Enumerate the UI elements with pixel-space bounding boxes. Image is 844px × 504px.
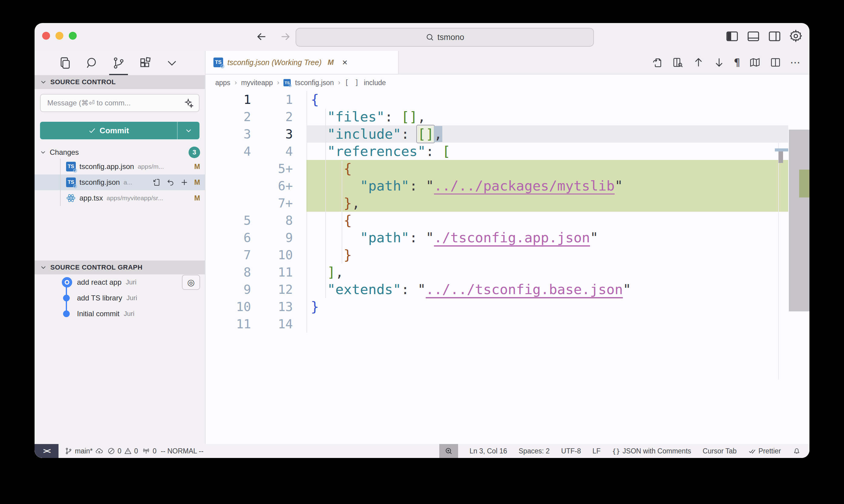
close-tab-icon[interactable]: ×	[342, 57, 348, 68]
more-actions-icon[interactable]: ⋯	[790, 56, 800, 69]
code-line[interactable]: 69 "path": "./tsconfig.app.json"	[206, 229, 809, 246]
code-token	[311, 143, 327, 159]
breadcrumb-item[interactable]: myviteapp	[241, 79, 273, 87]
notifications-bell-icon[interactable]	[792, 447, 801, 455]
source-control-graph-header[interactable]: SOURCE CONTROL GRAPH	[35, 260, 205, 274]
goto-current-history-item-icon[interactable]: ◎	[182, 275, 200, 290]
open-file-icon[interactable]	[152, 178, 161, 187]
code-line[interactable]: 7+ },	[206, 195, 809, 212]
previous-change-icon[interactable]	[692, 56, 705, 69]
command-center-search[interactable]: tsmono	[296, 28, 594, 47]
split-editor-icon[interactable]	[770, 56, 781, 69]
scrollbar-thumb[interactable]	[789, 130, 809, 311]
new-line-number: 8	[251, 213, 293, 228]
cursor-tab-status-item[interactable]: Cursor Tab	[703, 447, 737, 455]
forward-icon[interactable]	[279, 30, 292, 43]
commit-row[interactable]: add TS library Juri	[35, 290, 205, 306]
file-path: a...	[123, 179, 132, 186]
open-changes-icon[interactable]	[651, 56, 663, 69]
code-line[interactable]: 11{	[206, 91, 809, 108]
next-change-icon[interactable]	[713, 56, 725, 69]
new-line-number: 9	[251, 231, 293, 245]
ports-status-item[interactable]: 0	[142, 447, 156, 455]
old-line-number: 6	[206, 231, 251, 245]
chevron-right-icon: ›	[277, 79, 279, 87]
code-token: }	[344, 247, 352, 263]
code-token: "	[590, 230, 598, 246]
back-icon[interactable]	[255, 30, 268, 43]
vim-mode-status-item[interactable]: -- NORMAL --	[161, 447, 203, 455]
commit-button[interactable]: Commit	[40, 122, 200, 139]
explorer-icon[interactable]	[58, 56, 72, 70]
changes-group-header[interactable]: Changes 3	[35, 146, 205, 159]
code-token: }	[344, 195, 352, 211]
toggle-secondary-sidebar-icon[interactable]	[768, 29, 781, 43]
commit-message: add TS library	[77, 294, 122, 302]
code-line[interactable]: 1013}	[206, 298, 809, 315]
chevron-right-icon: ›	[338, 79, 340, 87]
code-token	[311, 126, 327, 142]
tab-modified-badge: M	[328, 58, 334, 67]
cursor-position-status-item[interactable]: Ln 3, Col 16	[470, 447, 507, 455]
indent-guide	[325, 109, 326, 298]
code-line[interactable]: 58 {	[206, 212, 809, 229]
zoom-window-button[interactable]	[69, 32, 77, 40]
discard-changes-icon[interactable]	[166, 178, 175, 187]
eol-status-item[interactable]: LF	[592, 447, 601, 455]
extensions-view-icon[interactable]	[138, 56, 152, 70]
source-control-view-icon[interactable]	[111, 56, 125, 70]
code-line[interactable]: 811 ],	[206, 264, 809, 281]
new-line-number: 4	[251, 144, 293, 159]
tsconfig-file-icon: TS⚙	[66, 162, 76, 172]
commit-row[interactable]: add react app Juri ◎	[35, 274, 205, 290]
zoom-status-item[interactable]	[439, 444, 458, 458]
inline-view-icon[interactable]	[672, 56, 684, 69]
branch-status-item[interactable]: main*	[65, 447, 103, 455]
encoding-status-item[interactable]: UTF-8	[561, 447, 581, 455]
code-line[interactable]: 33 "include": [],	[206, 125, 809, 143]
commit-row[interactable]: Initial commit Juri	[35, 306, 205, 322]
breadcrumb-item[interactable]: include	[364, 79, 386, 87]
code-line-content: "include": [],	[307, 125, 788, 143]
commit-message-input[interactable]: Message (⌘⏎ to comm...	[40, 94, 200, 112]
settings-gear-icon[interactable]	[789, 29, 803, 43]
remote-indicator[interactable]: ><	[35, 444, 58, 458]
stage-changes-icon[interactable]	[180, 178, 189, 187]
render-whitespace-pilcrow-icon[interactable]: ¶	[734, 56, 740, 69]
toggle-panel-icon[interactable]	[746, 29, 760, 43]
minimap-mark	[775, 148, 788, 151]
problems-status-item[interactable]: 0 0	[107, 447, 138, 455]
code-line[interactable]: 22 "files": [],	[206, 108, 809, 125]
code-line[interactable]: 1114	[206, 315, 809, 332]
code-line[interactable]: 6+ "path": "../../packages/mytslib"	[206, 177, 809, 195]
source-control-section-header[interactable]: SOURCE CONTROL	[35, 75, 205, 89]
breadcrumb-item[interactable]: apps	[215, 79, 230, 87]
tab-tsconfig-working-tree[interactable]: TS⚙ tsconfig.json (Working Tree) M ×	[206, 51, 399, 74]
search-icon	[425, 33, 434, 42]
new-line-number: 1	[251, 92, 293, 107]
indentation-status-item[interactable]: Spaces: 2	[519, 447, 550, 455]
minimap-icon[interactable]	[749, 56, 761, 69]
formatter-status-item[interactable]: Prettier	[748, 447, 781, 455]
minimize-window-button[interactable]	[55, 32, 63, 40]
code-line-content: "path": "../../packages/mytslib"	[307, 177, 788, 195]
language-mode-status-item[interactable]: {} JSON with Comments	[612, 447, 691, 455]
file-name: tsconfig.app.json	[80, 162, 134, 171]
sparkle-ai-icon[interactable]	[184, 98, 194, 108]
code-line[interactable]: 710 }	[206, 246, 809, 264]
code-line[interactable]: 912 "extends": "../../tsconfig.base.json…	[206, 281, 809, 298]
titlebar: tsmono	[35, 23, 809, 51]
commit-message-placeholder: Message (⌘⏎ to comm...	[47, 99, 184, 107]
code-line[interactable]: 5+ {	[206, 160, 809, 177]
more-views-chevron-icon[interactable]	[165, 56, 179, 70]
code-line[interactable]: 44 "references": [	[206, 143, 809, 160]
close-window-button[interactable]	[42, 32, 50, 40]
code-line-content: "extends": "../../tsconfig.base.json"	[307, 281, 788, 298]
breadcrumb-item[interactable]: tsconfig.json	[295, 79, 334, 87]
old-line-number: 4	[206, 144, 251, 159]
search-view-icon[interactable]	[85, 56, 99, 70]
code-editor[interactable]: 11{22 "files": [],33 "include": [],44 "r…	[206, 91, 809, 444]
toggle-primary-sidebar-icon[interactable]	[725, 29, 739, 43]
commit-dropdown-button[interactable]	[177, 122, 200, 139]
code-token: ,	[417, 109, 426, 125]
